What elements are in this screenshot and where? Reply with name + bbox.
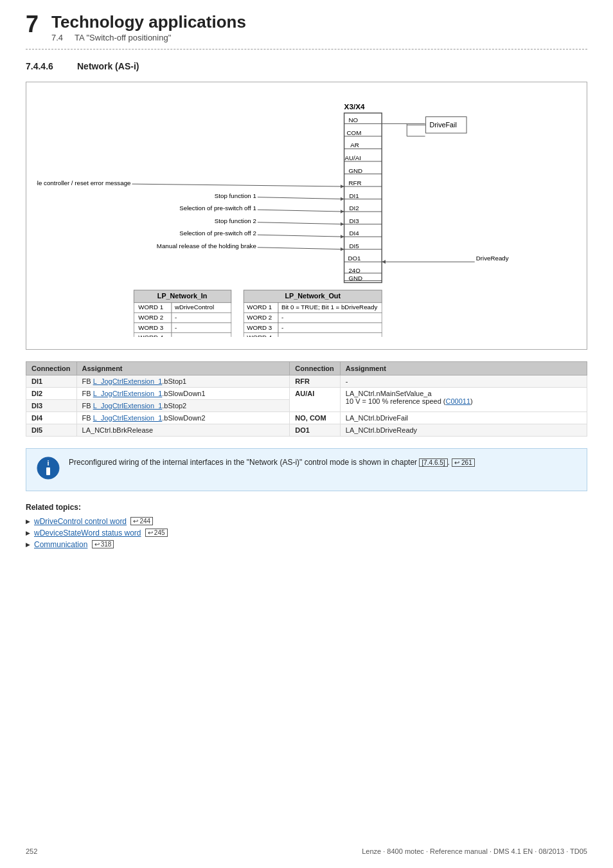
col-header-conn-left: Connection [26,361,77,375]
svg-rect-35 [172,323,231,333]
svg-rect-42 [278,312,382,323]
terminal-RFR: RFR [348,179,361,186]
label-di2: Selection of pre-switch off 1 [179,204,256,212]
svg-rect-49 [46,467,50,475]
table-row: DI4 FB L_JogCtrlExtension_1.bSlowDown2 N… [26,411,587,424]
svg-line-25 [258,222,344,224]
lp-out-w2: WORD 2 [247,314,272,321]
label-driveready: DriveReady [476,255,509,262]
assign-di4: FB L_JogCtrlExtension_1.bSlowDown2 [76,411,290,424]
page-header: 7 Technology applications 7.4 TA "Switch… [26,13,587,42]
conn-rfr: RFR [290,375,341,387]
terminal-24O: 24O [348,266,360,273]
chapter-subtitle: 7.4 TA "Switch-off positioning" [51,33,246,42]
section-divider [26,49,587,50]
terminal-DI4: DI4 [349,230,359,237]
label-di3: Stop function 2 [215,217,256,224]
assign-nocom: LA_NCtrl.bDriveFail [340,411,587,424]
terminal-AUAI: AU/AI [345,154,361,161]
lp-out-w4v: - [281,334,283,337]
svg-line-27 [258,247,344,249]
info-icon: i [37,457,60,483]
svg-line-22 [132,184,344,186]
link-wdrivecontrol[interactable]: wDriveControl control word [34,517,127,526]
lp-out-w2v: - [281,314,283,321]
page-footer: 252 Lenze · 8400 motec · Reference manua… [0,847,613,855]
svg-rect-37 [172,332,231,336]
section-heading: 7.4.4.6 Network (AS-i) [26,61,587,71]
drivefail-label: DriveFail [429,121,456,129]
assign-auai: LA_NCtrl.nMainSetValue_a10 V = 100 % ref… [340,387,587,411]
wiring-diagram: X3/X4 NO COM AR AU/AI GND RFR DI1 DI2 DI… [26,82,587,350]
lp-in-w2v: - [175,314,177,321]
conn-di5: DI5 [26,424,77,436]
label-di1: Stop function 1 [215,192,256,199]
link-communication[interactable]: Communication [34,540,87,549]
svg-line-26 [258,235,344,237]
table-row: DI5 LA_NCtrl.bBrkRelease DO1 LA_NCtrl.bD… [26,424,587,436]
svg-text:i: i [47,459,49,467]
terminal-DO1: DO1 [348,255,360,262]
terminal-DI3: DI3 [349,217,359,224]
terminal-NO: NO [348,116,358,123]
footer-text: Lenze · 8400 motec · Reference manual · … [362,847,587,855]
related-topics-title: Related topics: [26,503,587,512]
label-di4: Selection of pre-switch off 2 [179,230,256,237]
lp-out-header: LP_Network_Out [285,292,341,300]
info-box: i Preconfigured wiring of the internal i… [26,448,587,491]
assign-do1: LA_NCtrl.bDriveReady [340,424,587,436]
assign-di1: FB L_JogCtrlExtension_1.bStop1 [76,375,290,387]
terminal-DI5: DI5 [349,242,359,249]
section-number: 7.4.4.6 [26,61,64,71]
ref-244: 244 [130,517,153,525]
svg-rect-33 [172,312,231,323]
terminal-block-label: X3/X4 [344,102,365,111]
related-item-2: wDeviceStateWord status word 245 [26,529,587,538]
lp-in-header: LP_Network_In [157,292,208,300]
table-row: DI1 FB L_JogCtrlExtension_1.bStop1 RFR - [26,375,587,387]
link-wdevicestateword[interactable]: wDeviceStateWord status word [34,529,141,538]
ref-245: 245 [145,529,168,537]
lp-out-w3: WORD 3 [247,323,272,330]
terminal-GND2: GND [348,274,362,281]
lp-in-w3v: - [175,323,177,330]
section-title: Network (AS-i) [77,61,139,71]
conn-di1: DI1 [26,375,77,387]
svg-rect-44 [278,323,382,333]
terminal-DI1: DI1 [349,192,359,199]
lp-in-w2: WORD 2 [138,314,163,321]
connection-table-wrapper: Connection Assignment Connection Assignm… [26,361,587,437]
terminal-DI2: DI2 [349,204,359,212]
lp-in-w1v: wDriveControl [174,303,214,311]
lp-in-w4: WORD 4 [138,334,164,337]
chapter-title-block: Technology applications 7.4 TA "Switch-o… [51,13,246,42]
terminal-AR: AR [350,141,359,149]
svg-line-23 [258,197,344,199]
conn-nocom: NO, COM [290,411,341,424]
svg-line-24 [258,210,344,212]
page-number: 252 [26,847,37,855]
subtitle-ref: 7.4 [51,33,63,42]
ref-318: 318 [92,540,114,548]
label-di5: Manual release of the holding brake [157,242,256,249]
diagram-svg: X3/X4 NO COM AR AU/AI GND RFR DI1 DI2 DI… [37,93,576,337]
conn-do1: DO1 [290,424,341,436]
chapter-title: Technology applications [51,13,246,32]
related-topics: Related topics: wDriveControl control wo… [26,503,587,549]
table-row: DI2 FB L_JogCtrlExtension_1.bSlowDown1 A… [26,387,587,399]
lp-in-w3: WORD 3 [138,323,163,330]
conn-di4: DI4 [26,411,77,424]
lp-in-w1: WORD 1 [138,303,163,311]
lp-out-w3v: - [281,323,283,330]
connection-table: Connection Assignment Connection Assignm… [26,361,587,437]
col-header-assign-right: Assignment [340,361,587,375]
chapter-number: 7 [26,13,39,36]
conn-di2: DI2 [26,387,77,399]
related-item-1: wDriveControl control word 244 [26,517,587,526]
assign-di2: FB L_JogCtrlExtension_1.bSlowDown1 [76,387,290,399]
info-text: Preconfigured wiring of the internal int… [69,457,475,468]
related-item-3: Communication 318 [26,540,587,549]
lp-out-w4: WORD 4 [247,334,272,337]
lp-in-w4v: - [175,334,177,337]
assign-rfr: - [340,375,587,387]
